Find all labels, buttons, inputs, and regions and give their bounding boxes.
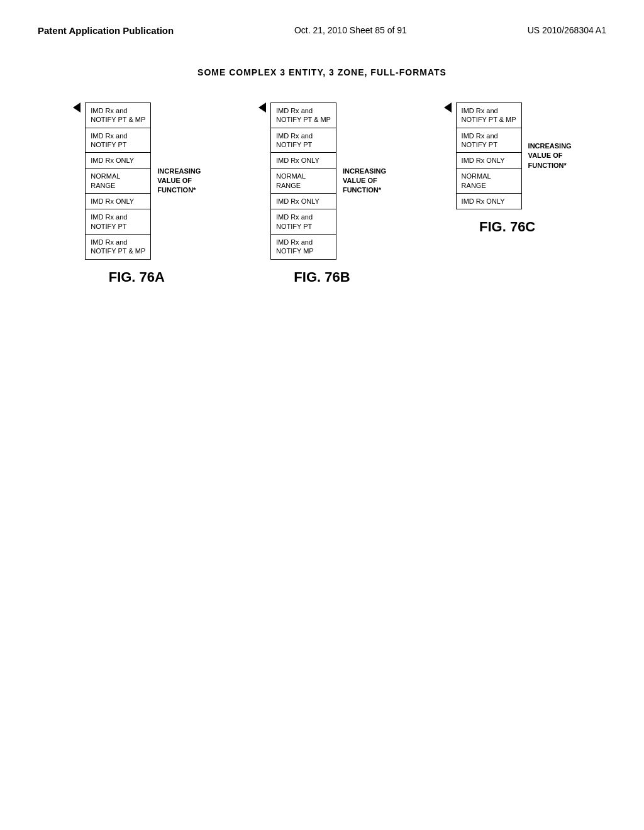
table-row: IMD Rx andNOTIFY PT & MP bbox=[86, 234, 151, 259]
table-row: IMD Rx andNOTIFY PT & MP bbox=[86, 103, 151, 128]
diagrams-container: IMD Rx andNOTIFY PT & MP IMD Rx andNOTIF… bbox=[31, 102, 613, 285]
arrow-head-76c bbox=[444, 102, 452, 113]
cell-76c-2: IMD Rx andNOTIFY PT bbox=[456, 128, 521, 153]
inc-line2-76b: VALUE OF bbox=[343, 176, 386, 185]
table-row: IMD Rx andNOTIFY PT bbox=[270, 128, 336, 153]
cell-76b-4: NORMALRANGE bbox=[270, 169, 336, 194]
page-title: SOME COMPLEX 3 ENTITY, 3 ZONE, FULL-FORM… bbox=[31, 67, 613, 77]
table-row: IMD Rx ONLY bbox=[86, 194, 151, 209]
diagram-76a-wrapper: IMD Rx andNOTIFY PT & MP IMD Rx andNOTIF… bbox=[72, 102, 201, 260]
inc-line1-76b: INCREASING bbox=[343, 167, 386, 176]
table-row: IMD Rx andNOTIFY PT & MP bbox=[456, 103, 521, 128]
cell-76c-3: IMD Rx ONLY bbox=[456, 153, 521, 169]
arrow-76c bbox=[443, 102, 452, 113]
diagram-76b: IMD Rx andNOTIFY PT & MP IMD Rx andNOTIF… bbox=[258, 102, 386, 285]
publication-title: Patent Application Publication bbox=[38, 25, 174, 36]
arrow-head-76b bbox=[258, 102, 266, 113]
table-row: IMD Rx ONLY bbox=[456, 153, 521, 169]
cell-76b-6: IMD Rx andNOTIFY PT bbox=[270, 209, 336, 235]
cell-76c-4: NORMALRANGE bbox=[456, 169, 521, 194]
cell-76a-7: IMD Rx andNOTIFY PT & MP bbox=[86, 234, 151, 259]
table-row: IMD Rx ONLY bbox=[86, 153, 151, 169]
increasing-label-76b: INCREASING VALUE OF FUNCTION* bbox=[343, 167, 386, 196]
cell-76b-1: IMD Rx andNOTIFY PT & MP bbox=[270, 103, 336, 128]
table-row: NORMALRANGE bbox=[86, 169, 151, 194]
cell-76a-4: NORMALRANGE bbox=[86, 169, 151, 194]
increasing-label-76a: INCREASING VALUE OF FUNCTION* bbox=[157, 167, 201, 196]
inc-line3-76a: FUNCTION* bbox=[157, 185, 201, 195]
table-row: NORMALRANGE bbox=[456, 169, 521, 194]
cell-76b-5: IMD Rx ONLY bbox=[270, 194, 336, 209]
arrow-head-76a bbox=[73, 102, 80, 113]
table-76b: IMD Rx andNOTIFY PT & MP IMD Rx andNOTIF… bbox=[270, 102, 336, 260]
cell-76a-2: IMD Rx andNOTIFY PT bbox=[86, 128, 151, 153]
inc-line1-76a: INCREASING bbox=[157, 167, 201, 176]
table-row: IMD Rx ONLY bbox=[270, 194, 336, 209]
cell-76a-3: IMD Rx ONLY bbox=[86, 153, 151, 169]
diagram-76a: IMD Rx andNOTIFY PT & MP IMD Rx andNOTIF… bbox=[72, 102, 201, 285]
fig-label-76a: FIG. 76A bbox=[72, 269, 201, 285]
table-76c: IMD Rx andNOTIFY PT & MP IMD Rx andNOTIF… bbox=[456, 102, 522, 209]
inc-line3-76b: FUNCTION* bbox=[343, 185, 386, 195]
table-row: IMD Rx ONLY bbox=[456, 194, 521, 209]
diagram-76b-wrapper: IMD Rx andNOTIFY PT & MP IMD Rx andNOTIF… bbox=[258, 102, 386, 260]
inc-line2-76a: VALUE OF bbox=[157, 176, 201, 185]
diagram-76c: IMD Rx andNOTIFY PT & MP IMD Rx andNOTIF… bbox=[443, 102, 572, 235]
arrow-wrapper-76a: IMD Rx andNOTIFY PT & MP IMD Rx andNOTIF… bbox=[72, 102, 151, 260]
table-76a: IMD Rx andNOTIFY PT & MP IMD Rx andNOTIF… bbox=[85, 102, 151, 260]
increasing-label-76c: INCREASING VALUE OF FUNCTION* bbox=[528, 141, 572, 170]
cell-76a-1: IMD Rx andNOTIFY PT & MP bbox=[86, 103, 151, 128]
table-row: IMD Rx ONLY bbox=[270, 153, 336, 169]
table-row: IMD Rx andNOTIFY PT bbox=[86, 128, 151, 153]
fig-label-76c: FIG. 76C bbox=[443, 219, 572, 235]
inc-line2-76c: VALUE OF bbox=[528, 151, 572, 160]
fig-label-76b: FIG. 76B bbox=[258, 269, 386, 285]
cell-76b-3: IMD Rx ONLY bbox=[270, 153, 336, 169]
arrow-76b bbox=[258, 102, 267, 113]
cell-76b-2: IMD Rx andNOTIFY PT bbox=[270, 128, 336, 153]
table-row: IMD Rx andNOTIFY MP bbox=[270, 234, 336, 259]
inc-line1-76c: INCREASING bbox=[528, 141, 572, 151]
page-header: Patent Application Publication Oct. 21, … bbox=[0, 0, 644, 48]
table-row: IMD Rx andNOTIFY PT bbox=[86, 209, 151, 235]
cell-76c-5: IMD Rx ONLY bbox=[456, 194, 521, 209]
cell-76c-1: IMD Rx andNOTIFY PT & MP bbox=[456, 103, 521, 128]
diagram-76c-wrapper: IMD Rx andNOTIFY PT & MP IMD Rx andNOTIF… bbox=[443, 102, 572, 209]
publication-number: US 2010/268304 A1 bbox=[528, 25, 606, 35]
publication-date-sheet: Oct. 21, 2010 Sheet 85 of 91 bbox=[294, 25, 407, 35]
cell-76a-6: IMD Rx andNOTIFY PT bbox=[86, 209, 151, 235]
cell-76b-7: IMD Rx andNOTIFY MP bbox=[270, 234, 336, 259]
table-row: IMD Rx andNOTIFY PT & MP bbox=[270, 103, 336, 128]
arrow-76a bbox=[72, 102, 81, 113]
table-row: NORMALRANGE bbox=[270, 169, 336, 194]
main-content: SOME COMPLEX 3 ENTITY, 3 ZONE, FULL-FORM… bbox=[0, 48, 644, 304]
arrow-wrapper-76b: IMD Rx andNOTIFY PT & MP IMD Rx andNOTIF… bbox=[258, 102, 336, 260]
table-row: IMD Rx andNOTIFY PT bbox=[270, 209, 336, 235]
arrow-wrapper-76c: IMD Rx andNOTIFY PT & MP IMD Rx andNOTIF… bbox=[443, 102, 522, 209]
cell-76a-5: IMD Rx ONLY bbox=[86, 194, 151, 209]
inc-line3-76c: FUNCTION* bbox=[528, 161, 572, 170]
table-row: IMD Rx andNOTIFY PT bbox=[456, 128, 521, 153]
